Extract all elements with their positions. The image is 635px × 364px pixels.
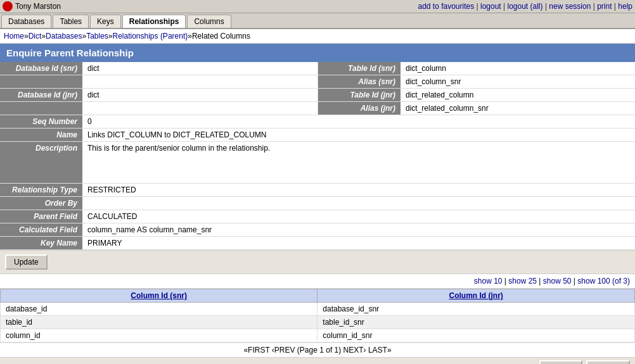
breadcrumb-relationships-parent[interactable]: Relationships (Parent) (113, 32, 188, 41)
seq-number-value: 0 (82, 115, 635, 128)
data-table: Column Id (snr) Column Id (jnr) database… (0, 289, 635, 342)
tab-tables[interactable]: Tables (53, 15, 89, 28)
calculated-field-value: column_name AS column_name_snr (82, 223, 635, 236)
form-row-key-name: Key Name PRIMARY (0, 237, 635, 250)
breadcrumb-current: Related Columns (192, 32, 250, 41)
form-row-5: Seq Number 0 (0, 115, 635, 129)
top-bar-left: Tony Marston (3, 1, 61, 11)
description-value: This is for the parent/senior column in … (82, 142, 635, 183)
relationship-type-value: RESTRICTED (82, 184, 635, 196)
col2-cell: column_id_snr (318, 329, 635, 342)
form-row-3: Database Id (jnr) dict Table Id (jnr) di… (0, 89, 635, 102)
form-row-2: Alias (snr) dict_column_snr (0, 75, 635, 89)
breadcrumb-databases[interactable]: Databases (46, 32, 82, 41)
table-id-snr-value: dict_column (401, 62, 635, 75)
table-id-jnr-value: dict_related_column (401, 89, 635, 101)
form-row-1: Database Id (snr) dict Table Id (snr) di… (0, 62, 635, 75)
form-row-rel-type: Relationship Type RESTRICTED (0, 184, 635, 197)
calculated-field-label: Calculated Field (0, 223, 82, 236)
breadcrumb-tables[interactable]: Tables (86, 32, 108, 41)
name-value: Links DICT_COLUMN to DICT_RELATED_COLUMN (82, 129, 635, 141)
seq-number-label: Seq Number (0, 115, 82, 128)
col2-cell: database_id_snr (318, 303, 635, 316)
pagination-info: show 10 | show 25 | show 50 | show 100 (… (0, 274, 635, 289)
username: Tony Marston (15, 2, 61, 11)
update-button[interactable]: Update (5, 254, 48, 270)
show-25-link[interactable]: show 25 (508, 277, 537, 286)
parent-field-value: CALCULATED (82, 210, 635, 223)
key-name-value: PRIMARY (82, 237, 635, 249)
col2-cell: table_id_snr (318, 316, 635, 329)
logout-all-link[interactable]: logout (all) (508, 2, 543, 11)
show-100-link[interactable]: show 100 (of 3) (577, 277, 630, 286)
form-row-4: Alias (jnr) dict_related_column_snr (0, 102, 635, 115)
alias-snr-label: Alias (snr) (318, 75, 401, 88)
bottom-buttons: RESET CLOSE (0, 357, 635, 364)
order-by-value (82, 197, 635, 210)
help-link[interactable]: help (618, 2, 632, 11)
tab-bar: Databases Tables Keys Relationships Colu… (0, 13, 635, 29)
tab-keys[interactable]: Keys (90, 15, 121, 28)
pagination-nav-text: «FIRST ‹PREV (Page 1 of 1) NEXT› LAST» (243, 346, 391, 355)
name-label: Name (0, 129, 82, 141)
new-session-link[interactable]: new session (549, 2, 591, 11)
show-10-link[interactable]: show 10 (474, 277, 503, 286)
database-id-jnr-value: dict (82, 89, 318, 101)
form-row-parent-field: Parent Field CALCULATED (0, 210, 635, 223)
tab-columns[interactable]: Columns (187, 15, 231, 28)
button-row: Update (0, 250, 635, 274)
alias-jnr-value: dict_related_column_snr (401, 102, 635, 115)
database-id-jnr-label: Database Id (jnr) (0, 89, 82, 101)
form-row-description: Description This is for the parent/senio… (0, 142, 635, 184)
form-row-calculated-field: Calculated Field column_name AS column_n… (0, 223, 635, 237)
col1-header[interactable]: Column Id (snr) (1, 289, 318, 303)
alias-snr-value: dict_column_snr (401, 75, 635, 88)
reset-button[interactable]: RESET (539, 360, 582, 364)
print-link[interactable]: print (597, 2, 612, 11)
section-title: Enquire Parent Relationship (0, 44, 635, 62)
table-id-jnr-label: Table Id (jnr) (318, 89, 401, 101)
tab-databases[interactable]: Databases (1, 15, 51, 28)
relationship-type-label: Relationship Type (0, 184, 82, 196)
order-by-label: Order By (0, 197, 82, 210)
close-button[interactable]: CLOSE (586, 360, 630, 364)
table-id-snr-label: Table Id (snr) (318, 62, 401, 75)
table-row: column_idcolumn_id_snr (1, 329, 635, 342)
logout-link[interactable]: logout (480, 2, 501, 11)
add-to-favourites-link[interactable]: add to favourites (418, 2, 474, 11)
user-icon (3, 1, 13, 11)
table-row: database_iddatabase_id_snr (1, 303, 635, 316)
parent-field-label: Parent Field (0, 210, 82, 223)
show-50-link[interactable]: show 50 (543, 277, 572, 286)
key-name-label: Key Name (0, 237, 82, 249)
main-content: Enquire Parent Relationship Database Id … (0, 44, 635, 364)
top-bar-right: add to favourites | logout | logout (all… (418, 2, 632, 11)
tab-relationships[interactable]: Relationships (122, 15, 186, 28)
breadcrumb: Home»Dict»Databases»Tables»Relationships… (0, 29, 635, 44)
description-label: Description (0, 142, 82, 183)
col2-header[interactable]: Column Id (jnr) (318, 289, 635, 303)
top-bar: Tony Marston add to favourites | logout … (0, 0, 635, 13)
alias-jnr-label: Alias (jnr) (318, 102, 401, 115)
form-row-6: Name Links DICT_COLUMN to DICT_RELATED_C… (0, 129, 635, 142)
col1-cell: column_id (1, 329, 318, 342)
table-row: table_idtable_id_snr (1, 316, 635, 329)
form-row-order-by: Order By (0, 197, 635, 210)
col1-cell: table_id (1, 316, 318, 329)
database-id-snr-label: Database Id (snr) (0, 62, 82, 75)
database-id-snr-value: dict (82, 62, 318, 75)
col1-cell: database_id (1, 303, 318, 316)
breadcrumb-dict[interactable]: Dict (29, 32, 42, 41)
breadcrumb-home[interactable]: Home (4, 32, 24, 41)
pagination-nav: «FIRST ‹PREV (Page 1 of 1) NEXT› LAST» (0, 342, 635, 357)
